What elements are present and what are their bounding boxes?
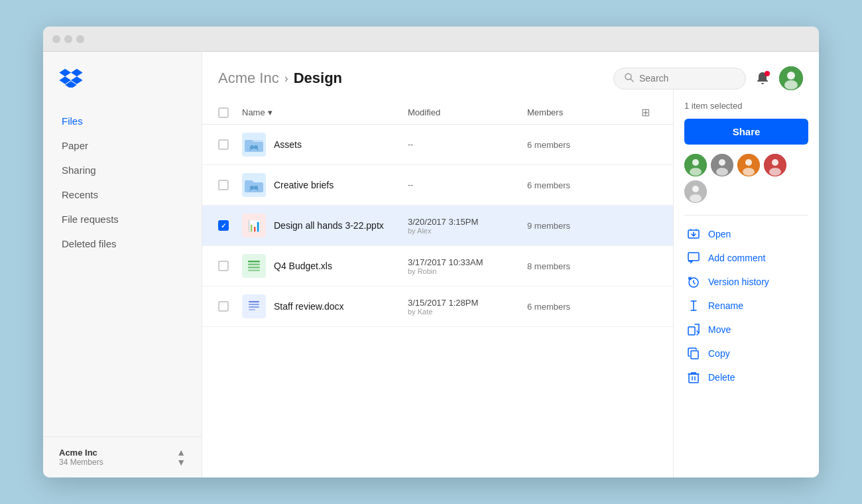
svg-rect-13	[248, 261, 260, 263]
sort-arrow-icon: ▾	[268, 107, 273, 117]
member-avatar-5[interactable]	[684, 180, 707, 203]
checkbox-assets[interactable]	[218, 139, 229, 150]
svg-rect-45	[689, 374, 698, 383]
row-checkbox-creative-briefs[interactable]	[218, 180, 242, 190]
avatar[interactable]	[779, 66, 803, 90]
checkbox-creative-briefs[interactable]	[218, 180, 229, 190]
sidebar-footer-info: Acme Inc 34 Members	[59, 448, 103, 467]
selection-count: 1 item selected	[684, 101, 808, 111]
traffic-light-minimize[interactable]	[64, 35, 72, 43]
svg-point-27	[716, 168, 728, 176]
traffic-light-close[interactable]	[52, 35, 60, 43]
checkbox-design-all-hands[interactable]	[218, 220, 229, 231]
sidebar: Files Paper Sharing Recents File request…	[43, 52, 202, 477]
traffic-lights	[52, 35, 84, 43]
user-avatar-icon	[779, 66, 803, 90]
action-rename[interactable]: Rename	[684, 294, 808, 318]
svg-point-24	[690, 168, 702, 176]
traffic-light-maximize[interactable]	[76, 35, 84, 43]
svg-rect-19	[249, 304, 259, 305]
file-modified-creative-briefs: --	[408, 180, 527, 190]
version-history-label: Version history	[708, 277, 769, 287]
file-name-design-all-hands: Design all hands 3-22.pptx	[274, 220, 408, 231]
svg-rect-15	[248, 267, 260, 269]
svg-rect-18	[249, 301, 259, 302]
search-icon	[625, 73, 634, 84]
svg-rect-12	[245, 257, 263, 275]
rename-icon	[687, 300, 700, 312]
breadcrumb-separator: ›	[284, 72, 288, 86]
sidebar-item-deleted-files[interactable]: Deleted files	[43, 231, 202, 256]
rename-label: Rename	[708, 300, 743, 311]
row-checkbox-assets[interactable]	[218, 139, 242, 150]
copy-label: Copy	[708, 348, 730, 359]
action-move[interactable]: Move	[684, 318, 808, 342]
notification-button[interactable]	[755, 71, 770, 86]
sidebar-item-files[interactable]: Files	[43, 109, 202, 133]
sidebar-item-recents[interactable]: Recents	[43, 182, 202, 207]
grid-view-icon[interactable]: ⊞	[633, 106, 657, 119]
svg-point-32	[772, 159, 778, 166]
sidebar-item-file-requests[interactable]: File requests	[43, 207, 202, 231]
table-row[interactable]: Q4 Budget.xls 3/17/2017 10:33AM by Robin…	[202, 246, 673, 286]
svg-rect-20	[249, 306, 259, 308]
member-avatar-2[interactable]	[711, 154, 733, 176]
svg-point-36	[690, 194, 702, 202]
svg-line-1	[631, 79, 633, 82]
table-header: Name ▾ Modified Members ⊞	[202, 101, 673, 125]
member-avatar-4[interactable]	[764, 154, 786, 176]
org-name: Acme Inc	[59, 448, 103, 458]
search-input[interactable]	[639, 73, 732, 84]
svg-point-35	[692, 186, 699, 192]
delete-label: Delete	[708, 372, 735, 383]
row-checkbox-design-all-hands[interactable]	[218, 220, 242, 231]
sidebar-footer: Acme Inc 34 Members ▲ ▼	[43, 436, 202, 477]
action-copy[interactable]: Copy	[684, 342, 808, 365]
sidebar-item-sharing[interactable]: Sharing	[43, 158, 202, 182]
header-actions	[613, 66, 803, 90]
file-name-creative-briefs: Creative briefs	[274, 180, 408, 190]
folder-shared-icon	[242, 133, 266, 157]
sidebar-item-paper[interactable]: Paper	[43, 133, 202, 158]
select-all-checkbox[interactable]	[218, 107, 229, 118]
table-row[interactable]: 📊 Design all hands 3-22.pptx 3/20/2017 3…	[202, 206, 673, 246]
file-modified-assets: --	[408, 140, 527, 149]
file-modified-staff-review: 3/15/2017 1:28PM by Kate	[408, 298, 527, 316]
svg-point-23	[692, 159, 699, 166]
breadcrumb: Acme Inc › Design	[218, 70, 342, 87]
svg-text:📊: 📊	[248, 220, 261, 232]
svg-point-3	[787, 72, 795, 80]
column-header-modified: Modified	[408, 107, 527, 117]
header-checkbox[interactable]	[218, 107, 242, 118]
action-add-comment[interactable]: Add comment	[684, 246, 808, 270]
row-checkbox-q4-budget[interactable]	[218, 261, 242, 271]
svg-rect-16	[248, 270, 260, 272]
table-row[interactable]: Staff review.docx 3/15/2017 1:28PM by Ka…	[202, 286, 673, 327]
svg-rect-43	[688, 327, 695, 335]
svg-point-33	[769, 168, 781, 176]
checkbox-staff-review[interactable]	[218, 301, 229, 312]
file-area: Name ▾ Modified Members ⊞	[202, 90, 819, 477]
svg-rect-38	[688, 253, 699, 261]
row-checkbox-staff-review[interactable]	[218, 301, 242, 312]
member-avatar-1[interactable]	[684, 154, 707, 176]
action-open[interactable]: Open	[684, 222, 808, 246]
pptx-icon: 📊	[242, 214, 266, 237]
member-avatar-3[interactable]	[737, 154, 760, 176]
member-avatars	[684, 154, 808, 203]
table-row[interactable]: Assets -- 6 members	[202, 125, 673, 165]
table-row[interactable]: Creative briefs -- 6 members	[202, 165, 673, 206]
browser-window: Files Paper Sharing Recents File request…	[43, 27, 819, 477]
svg-point-4	[784, 80, 798, 90]
chevron-updown-icon[interactable]: ▲ ▼	[176, 448, 186, 467]
action-delete[interactable]: Delete	[684, 365, 808, 389]
share-button[interactable]: Share	[684, 119, 808, 145]
docx-icon	[242, 294, 266, 318]
checkbox-q4-budget[interactable]	[218, 261, 229, 271]
action-version-history[interactable]: Version history	[684, 270, 808, 294]
svg-point-29	[745, 159, 752, 166]
search-box[interactable]	[613, 68, 746, 90]
notification-dot	[765, 71, 770, 76]
move-icon	[687, 324, 700, 336]
file-modified-design-all-hands: 3/20/2017 3:15PM by Alex	[408, 217, 527, 235]
